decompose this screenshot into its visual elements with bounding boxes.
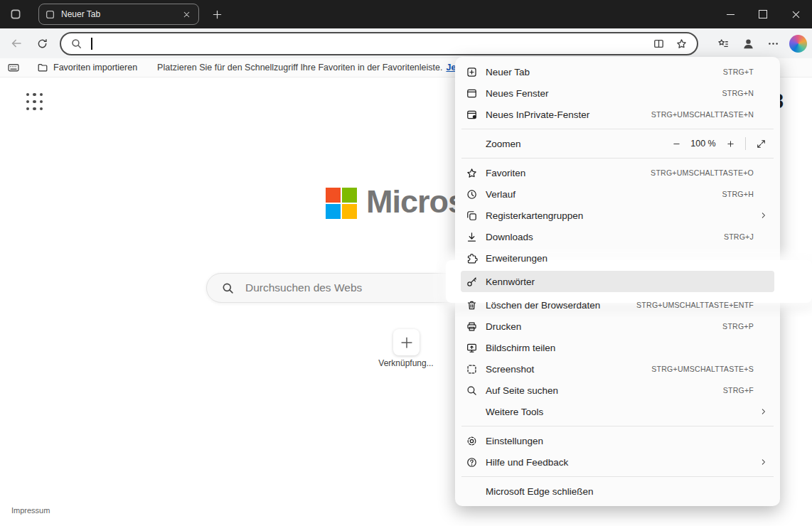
close-icon: [791, 9, 801, 20]
menu-item-shortcut: STRG+UMSCHALTTASTE+N: [651, 110, 754, 119]
extensions-icon: [466, 252, 478, 264]
copilot-button[interactable]: [788, 33, 808, 53]
menu-item-downloads[interactable]: DownloadsSTRG+J: [461, 226, 774, 247]
impressum-link[interactable]: Impressum: [11, 506, 50, 515]
refresh-icon: [36, 38, 48, 50]
menu-item-loeschen-der-browserdaten[interactable]: Löschen der BrowserdatenSTRG+UMSCHALTTAS…: [461, 294, 774, 316]
settings-menu-button[interactable]: [763, 33, 783, 53]
menu-item-label: Weitere Tools: [486, 407, 754, 417]
maximize-icon: [759, 10, 767, 18]
apps-grid-icon[interactable]: [26, 93, 43, 110]
menu-item-label: Neuer Tab: [486, 67, 723, 77]
zoom-out-button[interactable]: [668, 135, 685, 152]
import-favorites-button[interactable]: Favoriten importieren: [37, 62, 137, 73]
plus-icon: [400, 336, 414, 350]
address-bar[interactable]: [60, 32, 698, 55]
tab-title: Neuer Tab: [61, 9, 180, 19]
menu-item-label: Auf Seite suchen: [486, 385, 723, 396]
search-icon: [70, 38, 82, 50]
window-controls: [714, 0, 812, 28]
copilot-icon: [789, 35, 807, 53]
menu-item-bildschirm-teilen[interactable]: Bildschirm teilen: [461, 337, 774, 358]
menu-item-shortcut: STRG+J: [724, 232, 754, 241]
menu-item-favoriten[interactable]: FavoritenSTRG+UMSCHALTTASTE+O: [461, 162, 774, 183]
logo-square: [342, 188, 357, 203]
search-placeholder: Durchsuchen des Webs: [245, 281, 362, 294]
menu-item-screenshot[interactable]: ScreenshotSTRG+UMSCHALTTASTE+S: [461, 358, 774, 380]
zoom-in-button[interactable]: [722, 135, 739, 152]
menu-item-label: Erweiterungen: [486, 253, 754, 264]
menu-separator: [461, 158, 774, 159]
menu-item-shortcut: STRG+P: [722, 322, 754, 331]
favorites-hub-icon: [717, 38, 730, 50]
menu-item-label: Registerkartengruppen: [486, 210, 754, 221]
menu-item-auf-seite-suchen[interactable]: Auf Seite suchenSTRG+F: [461, 380, 774, 401]
split-screen-icon[interactable]: [653, 38, 665, 50]
menu-item-neues-inprivate-fenster[interactable]: Neues InPrivate-FensterSTRG+UMSCHALTTAST…: [461, 104, 774, 125]
menu-item-shortcut: STRG+UMSCHALTTASTE+S: [651, 365, 754, 373]
menu-item-hilfe-und-feedback[interactable]: Hilfe und Feedback: [461, 451, 774, 473]
menu-item-label: Bildschirm teilen: [486, 343, 754, 353]
menu-separator: [461, 426, 774, 426]
new-tab-button[interactable]: [208, 6, 225, 23]
menu-item-shortcut: STRG+UMSCHALTTASTE+O: [651, 168, 754, 177]
menu-item-label: Neues Fenster: [486, 88, 722, 99]
favorites-hub-button[interactable]: [713, 33, 733, 53]
settings-dots-icon: [767, 38, 779, 50]
workspaces-icon[interactable]: [7, 6, 24, 23]
menu-item-label: Microsoft Edge schließen: [486, 486, 754, 497]
toolbar-right: [713, 31, 808, 55]
menu-item-erweiterungen[interactable]: Erweiterungen: [461, 247, 774, 269]
menu-item-zoomen[interactable]: Zoomen100 %: [461, 133, 774, 154]
passwords-key-icon: [466, 276, 478, 288]
downloads-icon: [466, 231, 478, 243]
fullscreen-button[interactable]: [752, 135, 769, 152]
add-favorite-star-icon[interactable]: [675, 38, 688, 50]
menu-item-shortcut: STRG+T: [723, 68, 754, 76]
zoom-divider: [745, 137, 746, 150]
tab-favicon: [45, 9, 55, 20]
menu-item-registerkartengruppen[interactable]: Registerkartengruppen: [461, 205, 774, 226]
menu-item-neuer-tab[interactable]: Neuer TabSTRG+T: [461, 61, 774, 82]
menu-item-verlauf[interactable]: VerlaufSTRG+H: [461, 183, 774, 205]
menu-item-label: Kennwörter: [486, 277, 754, 287]
submenu-chevron-icon: [757, 407, 769, 417]
menu-item-kennwoerter[interactable]: Kennwörter: [461, 271, 774, 292]
profile-button[interactable]: [738, 33, 758, 53]
menu-item-shortcut: STRG+F: [723, 386, 754, 394]
add-shortcut-button[interactable]: [393, 329, 420, 355]
import-favorites-label: Favoriten importieren: [53, 63, 137, 73]
menu-item-label: Hilfe und Feedback: [486, 457, 754, 468]
close-button[interactable]: [779, 0, 812, 28]
favorites-icon: [466, 167, 478, 179]
menu-item-einstellungen[interactable]: Einstellungen: [461, 430, 774, 451]
menu-item-label: Löschen der Browserdaten: [486, 300, 636, 311]
inprivate-window-icon: [466, 109, 478, 121]
toolbar: [0, 28, 812, 58]
menu-item-drucken[interactable]: DruckenSTRG+P: [461, 316, 774, 337]
minimize-button[interactable]: [714, 0, 747, 28]
add-shortcut-label: Verknüpfung...: [356, 358, 456, 368]
menu-item-label: Favoriten: [486, 168, 651, 178]
menu-separator: [461, 476, 774, 477]
history-icon: [466, 188, 478, 200]
logo-square: [342, 204, 357, 219]
address-bar-input[interactable]: [92, 38, 653, 50]
tab-close-icon[interactable]: [180, 8, 193, 21]
refresh-button[interactable]: [31, 33, 53, 54]
no-icon: [466, 406, 478, 418]
back-button[interactable]: [6, 33, 27, 54]
minimize-icon: [727, 14, 734, 15]
new-tab-icon: [466, 66, 478, 78]
titlebar: Neuer Tab: [0, 0, 812, 28]
menu-item-neues-fenster[interactable]: Neues FensterSTRG+N: [461, 82, 774, 104]
tab-neuer-tab[interactable]: Neuer Tab: [38, 4, 199, 25]
maximize-button[interactable]: [747, 0, 779, 28]
menu-item-label: Neues InPrivate-Fenster: [486, 109, 651, 120]
keyboard-icon[interactable]: [7, 61, 20, 74]
menu-item-microsoft-edge-schliessen[interactable]: Microsoft Edge schließen: [461, 481, 774, 502]
search-icon: [221, 281, 235, 295]
menu-item-shortcut: STRG+UMSCHALTTASTE+ENTF: [636, 301, 754, 309]
menu-item-weitere-tools[interactable]: Weitere Tools: [461, 401, 774, 422]
microsoft-logo-icon: [326, 188, 357, 219]
